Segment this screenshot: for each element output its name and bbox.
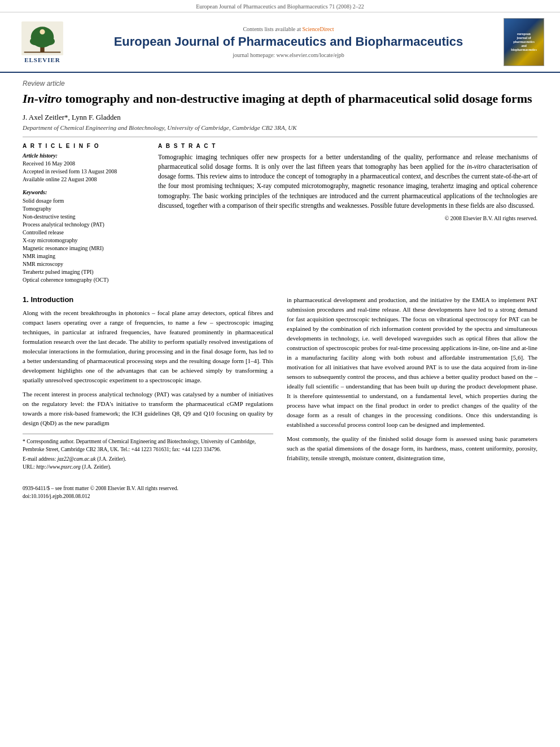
intro-heading-title: Introduction xyxy=(30,295,73,304)
article-info-abstract: A R T I C L E I N F O Article history: R… xyxy=(23,143,537,284)
journal-homepage: journal homepage: www.elsevier.com/locat… xyxy=(73,52,504,58)
sciencedirect-label: Contents lists available at ScienceDirec… xyxy=(73,26,504,32)
doi-line: doi:10.1016/j.ejpb.2008.08.012 xyxy=(23,492,537,500)
abstract-col: A B S T R A C T Tomographic imaging tech… xyxy=(158,143,537,284)
footnote-email: E-mail address: jaz22@cam.ac.uk (J.A. Ze… xyxy=(23,455,273,463)
elsevier-tree-icon xyxy=(20,21,65,55)
article-info-heading: A R T I C L E I N F O xyxy=(23,143,147,149)
article-title: In-vitro tomography and non-destructive … xyxy=(23,91,537,107)
keyword-6: X-ray microtomography xyxy=(23,237,147,244)
journal-cover-image: europeanjournal ofpharmaceuticsandbiopha… xyxy=(504,18,544,66)
online-date: Available online 22 August 2008 xyxy=(23,176,147,184)
article-title-rest: tomography and non-destructive imaging a… xyxy=(62,91,532,106)
svg-point-4 xyxy=(42,37,55,45)
keyword-2: Tomography xyxy=(23,205,147,213)
article-title-italic: In-vitro xyxy=(23,91,62,106)
body-left-col: 1. Introduction Along with the recent br… xyxy=(23,295,273,471)
svg-point-3 xyxy=(30,37,42,45)
keyword-7: Magnetic resonance imaging (MRI) xyxy=(23,244,147,252)
elsevier-logo: ELSEVIER xyxy=(11,21,73,63)
article-section: Review article In-vitro tomography and n… xyxy=(0,73,560,284)
journal-name: European Journal of Pharmaceutics and Bi… xyxy=(73,34,504,49)
copyright-notice: © 2008 Elsevier B.V. All rights reserved… xyxy=(158,215,537,221)
authors: J. Axel Zeitler*, Lynn F. Gladden xyxy=(23,113,537,122)
right-paragraph1: in pharmaceutical development and produc… xyxy=(287,295,537,430)
revised-date: Accepted in revised form 13 August 2008 xyxy=(23,168,147,176)
journal-cover-section: europeanjournal ofpharmaceuticsandbiopha… xyxy=(504,18,549,66)
keyword-4: Process analytical technology (PAT) xyxy=(23,221,147,229)
body-right-col: in pharmaceutical development and produc… xyxy=(287,295,537,471)
intro-paragraph1: Along with the recent breakthroughs in p… xyxy=(23,308,273,385)
svg-point-5 xyxy=(40,29,45,34)
journal-title-section: Contents lists available at ScienceDirec… xyxy=(73,26,504,58)
abstract-text: Tomographic imaging techniques offer new… xyxy=(158,152,537,211)
keyword-5: Controlled release xyxy=(23,229,147,237)
keyword-9: NMR microscopy xyxy=(23,260,147,268)
url1-person: (J.A. Zeitler). xyxy=(82,464,111,470)
journal-citation-bar: European Journal of Pharmaceutics and Bi… xyxy=(0,0,560,12)
history-heading: Article history: xyxy=(23,152,147,159)
issn-line: 0939-6411/$ – see front matter © 2008 El… xyxy=(23,484,537,492)
article-history: Article history: Received 16 May 2008 Ac… xyxy=(23,152,147,184)
email-label: E-mail address: xyxy=(23,456,56,462)
keyword-8: NMR imaging xyxy=(23,252,147,260)
bottom-identifiers: 0939-6411/$ – see front matter © 2008 El… xyxy=(0,482,560,503)
right-paragraph2: Most commonly, the quality of the finish… xyxy=(287,434,537,463)
keyword-3: Non-destructive testing xyxy=(23,213,147,221)
svg-rect-6 xyxy=(24,51,61,53)
elsevier-logo-section: ELSEVIER xyxy=(11,21,73,63)
url-label: URL: xyxy=(23,464,35,470)
footnote-1: * Corresponding author. Department of Ch… xyxy=(23,438,273,454)
email1: jaz22@cam.ac.uk xyxy=(58,456,96,462)
footnote-url: URL: http://www.pssrc.org (J.A. Zeitler)… xyxy=(23,463,273,471)
divider xyxy=(23,137,537,137)
keyword-11: Optical coherence tomography (OCT) xyxy=(23,276,147,284)
intro-paragraph2: The recent interest in process analytica… xyxy=(23,390,273,428)
intro-heading-number: 1. xyxy=(23,295,29,304)
keyword-1: Solid dosage form xyxy=(23,197,147,205)
journal-header: ELSEVIER Contents lists available at Sci… xyxy=(0,12,560,73)
article-info-col: A R T I C L E I N F O Article history: R… xyxy=(23,143,147,284)
page-wrapper: European Journal of Pharmaceutics and Bi… xyxy=(0,0,560,747)
sciencedirect-link[interactable]: ScienceDirect xyxy=(302,26,334,32)
affiliation: Department of Chemical Engineering and B… xyxy=(23,124,537,131)
body-two-col: 1. Introduction Along with the recent br… xyxy=(23,295,537,471)
footnote-section: * Corresponding author. Department of Ch… xyxy=(23,434,273,471)
keywords-heading: Keywords: xyxy=(23,189,147,195)
url1: http://www.pssrc.org xyxy=(36,464,81,470)
journal-citation: European Journal of Pharmaceutics and Bi… xyxy=(196,3,364,10)
body-section: 1. Introduction Along with the recent br… xyxy=(0,284,560,483)
received-date: Received 16 May 2008 xyxy=(23,160,147,168)
elsevier-brand-text: ELSEVIER xyxy=(24,56,60,63)
abstract-heading: A B S T R A C T xyxy=(158,143,537,149)
keyword-10: Terahertz pulsed imaging (TPI) xyxy=(23,268,147,276)
keywords-section: Keywords: Solid dosage form Tomography N… xyxy=(23,189,147,284)
article-type-label: Review article xyxy=(23,80,537,88)
email1-person: (J.A. Zeitler). xyxy=(97,456,126,462)
intro-heading: 1. Introduction xyxy=(23,295,273,304)
